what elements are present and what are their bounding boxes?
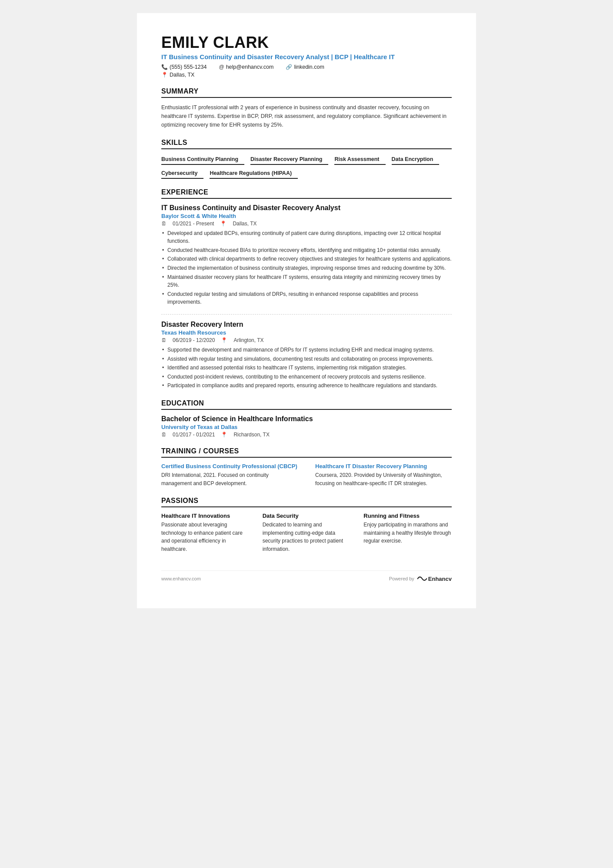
edu-location: Richardson, TX [233, 432, 269, 438]
location-row: 📍 Dallas, TX [161, 72, 452, 78]
training-grid: Certified Business Continuity Profession… [161, 463, 452, 487]
education-entry: Bachelor of Science in Healthcare Inform… [161, 415, 452, 438]
exp-bullet: Conducted post-incident reviews, contrib… [161, 373, 452, 381]
skill-tag: Risk Assessment [334, 154, 385, 165]
exp-bullet: Supported the development and maintenanc… [161, 346, 452, 354]
exp-bullet: Conducted healthcare-focused BIAs to pri… [161, 246, 452, 255]
exp-location-icon: 📍 [221, 337, 227, 343]
exp-meta: 🗓01/2021 - Present📍Dallas, TX [161, 221, 452, 227]
enhancv-logo-svg [417, 575, 427, 582]
enhancv-brand-name: Enhancv [428, 576, 452, 582]
passion-desc: Passionate about leveraging technology t… [161, 521, 250, 553]
location-text: Dallas, TX [170, 72, 194, 78]
training-item: Healthcare IT Disaster Recovery Planning… [315, 463, 452, 487]
linkedin-text: linkedin.com [294, 64, 324, 70]
skill-tag: Disaster Recovery Planning [250, 154, 328, 165]
footer-brand: Powered by Enhancv [389, 575, 452, 582]
passion-desc: Dedicated to learning and implementing c… [263, 521, 351, 553]
exp-bullet: Directed the implementation of business … [161, 264, 452, 272]
exp-dates: 06/2019 - 12/2020 [173, 337, 215, 343]
exp-bullet: Participated in compliance audits and pr… [161, 382, 452, 390]
contact-row: 📞 (555) 555-1234 @ help@enhancv.com 🔗 li… [161, 64, 452, 70]
experience-entry: Disaster Recovery InternTexas Health Res… [161, 314, 452, 390]
skills-grid: Business Continuity PlanningDisaster Rec… [161, 154, 452, 179]
edu-dates: 01/2017 - 01/2021 [173, 432, 215, 438]
education-section: EDUCATION Bachelor of Science in Healthc… [161, 399, 452, 438]
skill-tag: Cybersecurity [161, 168, 203, 179]
skill-tag: Business Continuity Planning [161, 154, 244, 165]
passion-item: Healthcare IT InnovationsPassionate abou… [161, 513, 250, 553]
training-desc: DRI International, 2021. Focused on cont… [161, 471, 298, 487]
powered-by-text: Powered by [389, 576, 414, 581]
footer: www.enhancv.com Powered by Enhancv [161, 570, 452, 582]
exp-calendar-icon: 🗓 [161, 221, 167, 227]
passion-name: Healthcare IT Innovations [161, 513, 250, 519]
exp-job-title: Disaster Recovery Intern [161, 321, 452, 328]
exp-bullet: Maintained disaster recovery plans for h… [161, 273, 452, 289]
exp-location: Dallas, TX [233, 221, 257, 227]
phone-item: 📞 (555) 555-1234 [161, 64, 207, 70]
edu-school: University of Texas at Dallas [161, 424, 452, 430]
passion-desc: Enjoy participating in marathons and mai… [363, 521, 452, 545]
enhancv-logo: Enhancv [417, 575, 452, 582]
experience-section: EXPERIENCE IT Business Continuity and Di… [161, 188, 452, 390]
edu-degree: Bachelor of Science in Healthcare Inform… [161, 415, 452, 423]
passion-name: Running and Fitness [363, 513, 452, 519]
summary-text: Enthusiastic IT professional with 2 year… [161, 103, 452, 129]
location-item: 📍 Dallas, TX [161, 72, 194, 78]
exp-bullets: Developed and updated BCPs, ensuring con… [161, 229, 452, 306]
education-title: EDUCATION [161, 399, 452, 410]
passions-section: PASSIONS Healthcare IT InnovationsPassio… [161, 497, 452, 553]
edu-dates-icon: 🗓 [161, 432, 167, 438]
email-item: @ help@enhancv.com [219, 64, 273, 70]
skill-tag: Healthcare Regulations (HIPAA) [210, 168, 298, 179]
linkedin-item: 🔗 linkedin.com [286, 64, 324, 70]
passion-item: Data SecurityDedicated to learning and i… [263, 513, 351, 553]
skills-title: SKILLS [161, 139, 452, 149]
passions-title: PASSIONS [161, 497, 452, 507]
job-title: IT Business Continuity and Disaster Reco… [161, 53, 452, 60]
experience-title: EXPERIENCE [161, 188, 452, 199]
experience-entry: IT Business Continuity and Disaster Reco… [161, 204, 452, 306]
resume-page: EMILY CLARK IT Business Continuity and D… [137, 13, 476, 608]
email-icon: @ [219, 64, 224, 70]
summary-section: SUMMARY Enthusiastic IT professional wit… [161, 87, 452, 129]
training-name: Healthcare IT Disaster Recovery Planning [315, 463, 452, 469]
location-icon: 📍 [161, 72, 168, 78]
experience-container: IT Business Continuity and Disaster Reco… [161, 204, 452, 390]
summary-title: SUMMARY [161, 87, 452, 98]
exp-bullet: Assisted with regular testing and simula… [161, 355, 452, 363]
passion-name: Data Security [263, 513, 351, 519]
edu-location-icon: 📍 [221, 432, 227, 438]
skill-tag: Data Encryption [392, 154, 440, 165]
exp-bullets: Supported the development and maintenanc… [161, 346, 452, 390]
exp-meta: 🗓06/2019 - 12/2020📍Arlington, TX [161, 337, 452, 343]
exp-location-icon: 📍 [220, 221, 227, 227]
passion-item: Running and FitnessEnjoy participating i… [363, 513, 452, 553]
exp-company: Texas Health Resources [161, 329, 452, 336]
exp-bullet: Conducted regular testing and simulation… [161, 290, 452, 306]
exp-company: Baylor Scott & White Health [161, 213, 452, 219]
header: EMILY CLARK IT Business Continuity and D… [161, 34, 452, 78]
linkedin-icon: 🔗 [286, 64, 292, 70]
passions-grid: Healthcare IT InnovationsPassionate abou… [161, 513, 452, 553]
exp-bullet: Developed and updated BCPs, ensuring con… [161, 229, 452, 245]
skills-section: SKILLS Business Continuity PlanningDisas… [161, 139, 452, 179]
candidate-name: EMILY CLARK [161, 34, 452, 51]
exp-bullet: Collaborated with clinical departments t… [161, 255, 452, 263]
training-item: Certified Business Continuity Profession… [161, 463, 298, 487]
training-desc: Coursera, 2020. Provided by University o… [315, 471, 452, 487]
exp-location: Arlington, TX [233, 337, 263, 343]
training-title: TRAINING / COURSES [161, 447, 452, 458]
training-section: TRAINING / COURSES Certified Business Co… [161, 447, 452, 487]
exp-bullet: Identified and assessed potential risks … [161, 364, 452, 372]
phone-icon: 📞 [161, 64, 168, 70]
exp-job-title: IT Business Continuity and Disaster Reco… [161, 204, 452, 212]
edu-meta: 🗓 01/2017 - 01/2021 📍 Richardson, TX [161, 432, 452, 438]
training-name: Certified Business Continuity Profession… [161, 463, 298, 469]
exp-dates: 01/2021 - Present [173, 221, 214, 227]
footer-website: www.enhancv.com [161, 576, 201, 581]
phone-text: (555) 555-1234 [170, 64, 207, 70]
exp-calendar-icon: 🗓 [161, 337, 167, 343]
email-text: help@enhancv.com [226, 64, 274, 70]
